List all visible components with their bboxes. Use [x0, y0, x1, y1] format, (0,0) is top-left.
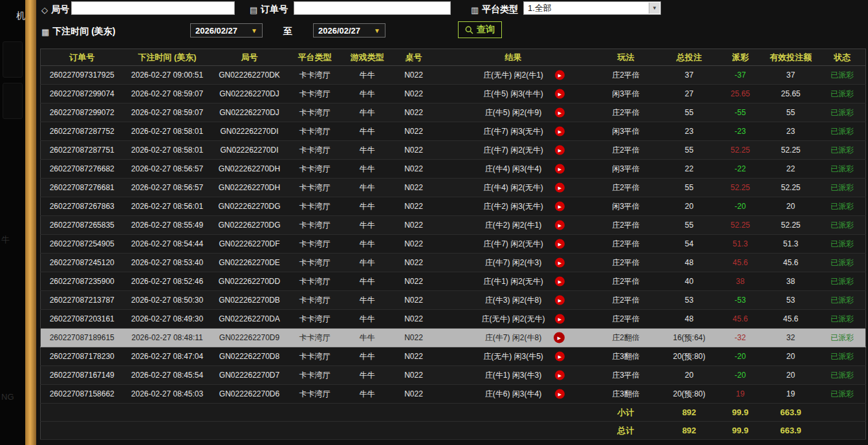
cell-game-type: 牛牛 — [342, 197, 393, 216]
left-sidebar-cut: 机 牛 NG — [0, 0, 25, 445]
table-row[interactable]: 2602270872658352026-02-27 08:55:49GN0222… — [41, 216, 866, 235]
play-video-icon[interactable]: ▶ — [555, 258, 565, 268]
play-video-icon[interactable]: ▶ — [555, 164, 565, 174]
order-no-input[interactable] — [294, 1, 451, 15]
cell-game-type: 牛牛 — [342, 272, 393, 291]
play-video-icon[interactable]: ▶ — [555, 202, 565, 212]
table-row[interactable]: 2602270871586622026-02-27 08:45:03GN0222… — [41, 385, 866, 404]
play-video-icon[interactable]: ▶ — [555, 314, 565, 324]
chevron-down-icon: ▼ — [251, 27, 257, 34]
table-row[interactable]: 2602270872031612026-02-27 08:49:30GN0222… — [41, 310, 866, 329]
column-header: 结果 — [435, 49, 592, 66]
cell-result: 庄(无牛) 闲2(无牛)▶ — [435, 310, 592, 329]
play-video-icon[interactable]: ▶ — [555, 146, 565, 155]
play-video-icon[interactable]: ▶ — [555, 183, 565, 193]
play-video-icon[interactable]: ▶ — [555, 71, 565, 80]
table-row[interactable]: 2602270872877512026-02-27 08:58:01GN0222… — [41, 141, 866, 160]
bg-fragment: 牛 — [1, 234, 10, 246]
cell-round-no: GN022262270DH — [212, 160, 288, 179]
play-video-icon[interactable]: ▶ — [555, 389, 565, 399]
sidebar-block — [3, 83, 23, 119]
table-row[interactable]: 2602270872990742026-02-27 08:59:07GN0222… — [41, 85, 866, 103]
cell-status: 已派彩 — [819, 310, 866, 329]
cell-table-no: N022 — [393, 254, 435, 272]
cell-game-type: 牛牛 — [342, 216, 393, 235]
cell-bet-time: 2026-02-27 08:56:57 — [124, 160, 212, 179]
play-video-icon[interactable]: ▶ — [555, 127, 565, 136]
play-video-icon[interactable]: ▶ — [555, 239, 565, 249]
cell-payout: -53 — [719, 291, 763, 310]
table-row[interactable]: 2602270872549052026-02-27 08:54:44GN0222… — [41, 235, 866, 254]
cell-total-bet: 54 — [660, 235, 719, 254]
cell-payout: 25.65 — [719, 85, 763, 103]
play-video-icon[interactable]: ▶ — [555, 296, 565, 305]
play-video-icon[interactable]: ▶ — [554, 332, 565, 343]
subtotal-payout: 99.9 — [719, 404, 763, 422]
cell-play-type: 闲3平倍 — [592, 122, 660, 141]
cell-result: 庄(牛2) 闲2(牛1)▶ — [435, 216, 592, 235]
cell-valid-bet: 53 — [763, 291, 819, 310]
cell-valid-bet: 52.25 — [763, 141, 819, 160]
cell-game-type: 牛牛 — [342, 179, 393, 197]
cell-payout: -55 — [719, 103, 763, 122]
cell-status: 已派彩 — [819, 103, 866, 122]
table-row[interactable]: 2602270973179252026-02-27 09:00:51GN0222… — [41, 66, 866, 85]
cell-order-no: 260227087178230 — [41, 347, 124, 366]
cell-play-type: 庄2平倍 — [592, 103, 660, 122]
cell-total-bet: 23 — [660, 122, 719, 141]
cell-table-no: N022 — [393, 347, 435, 366]
cell-platform-type: 卡卡湾厅 — [288, 216, 342, 235]
table-row[interactable]: 2602270872359002026-02-27 08:52:46GN0222… — [41, 272, 866, 291]
cell-play-type: 庄2平倍 — [592, 291, 660, 310]
subtotal-valid-bet: 663.9 — [763, 404, 819, 422]
cell-payout: -20 — [719, 347, 763, 366]
table-row[interactable]: 2602270871782302026-02-27 08:47:04GN0222… — [41, 347, 866, 366]
cell-status: 已派彩 — [819, 254, 866, 272]
table-row[interactable]: 2602270871896152026-02-27 08:48:11GN0222… — [41, 329, 866, 347]
query-button[interactable]: 查询 — [458, 21, 502, 38]
divider-bar — [25, 0, 36, 445]
cell-order-no: 260227087287752 — [41, 122, 124, 141]
cell-round-no: GN022262270DG — [212, 197, 288, 216]
column-header: 平台类型 — [288, 49, 342, 66]
platform-type-select[interactable]: 1.全部 ▼ — [523, 1, 661, 15]
play-video-icon[interactable]: ▶ — [555, 89, 565, 99]
date-from-select[interactable]: 2026/02/27 ▼ — [190, 23, 263, 38]
table-row[interactable]: 2602270872877522026-02-27 08:58:01GN0222… — [41, 122, 866, 141]
result-text: 庄(无牛) 闲2(牛1) — [483, 71, 543, 80]
cell-bet-time: 2026-02-27 08:50:30 — [124, 291, 212, 310]
cell-bet-time: 2026-02-27 08:48:11 — [124, 329, 212, 347]
sidebar-menu-text[interactable]: 机 — [16, 10, 25, 22]
result-text: 庄(牛3) 闲2(牛8) — [485, 296, 541, 305]
cell-bet-time: 2026-02-27 09:00:51 — [124, 66, 212, 85]
cell-play-type: 闲3平倍 — [592, 85, 660, 103]
play-video-icon[interactable]: ▶ — [555, 221, 565, 230]
cell-payout: 51.3 — [719, 235, 763, 254]
result-text: 庄(牛7) 闲2(无牛) — [483, 239, 543, 248]
play-video-icon[interactable]: ▶ — [555, 371, 565, 380]
cell-platform-type: 卡卡湾厅 — [288, 235, 342, 254]
cell-order-no: 260227097317925 — [41, 66, 124, 85]
cell-platform-type: 卡卡湾厅 — [288, 160, 342, 179]
round-no-input[interactable] — [71, 1, 235, 15]
cell-status: 已派彩 — [819, 291, 866, 310]
table-row[interactable]: 2602270872678632026-02-27 08:56:01GN0222… — [41, 197, 866, 216]
table-row[interactable]: 2602270872990722026-02-27 08:59:07GN0222… — [41, 103, 866, 122]
cell-status: 已派彩 — [819, 66, 866, 85]
table-header-row: 订单号下注时间 (美东)局号平台类型游戏类型桌号结果玩法总投注派彩有效投注额状态 — [41, 49, 866, 66]
play-video-icon[interactable]: ▶ — [555, 277, 565, 287]
table-row[interactable]: 2602270871671492026-02-27 08:45:54GN0222… — [41, 366, 866, 385]
empty-cell — [819, 422, 866, 440]
cell-valid-bet: 20 — [763, 366, 819, 385]
bet-time-label: ▦ 下注时间 (美东) — [41, 26, 116, 38]
table-row[interactable]: 2602270872451202026-02-27 08:53:40GN0222… — [41, 254, 866, 272]
table-row[interactable]: 2602270872137872026-02-27 08:50:30GN0222… — [41, 291, 866, 310]
date-to-select[interactable]: 2026/02/27 ▼ — [313, 23, 385, 38]
cell-platform-type: 卡卡湾厅 — [288, 66, 342, 85]
subtotal-total-bet: 892 — [660, 404, 719, 422]
play-video-icon[interactable]: ▶ — [555, 108, 565, 118]
table-row[interactable]: 2602270872766812026-02-27 08:56:57GN0222… — [41, 179, 866, 197]
cell-platform-type: 卡卡湾厅 — [288, 197, 342, 216]
table-row[interactable]: 2602270872766822026-02-27 08:56:57GN0222… — [41, 160, 866, 179]
play-video-icon[interactable]: ▶ — [555, 352, 565, 362]
